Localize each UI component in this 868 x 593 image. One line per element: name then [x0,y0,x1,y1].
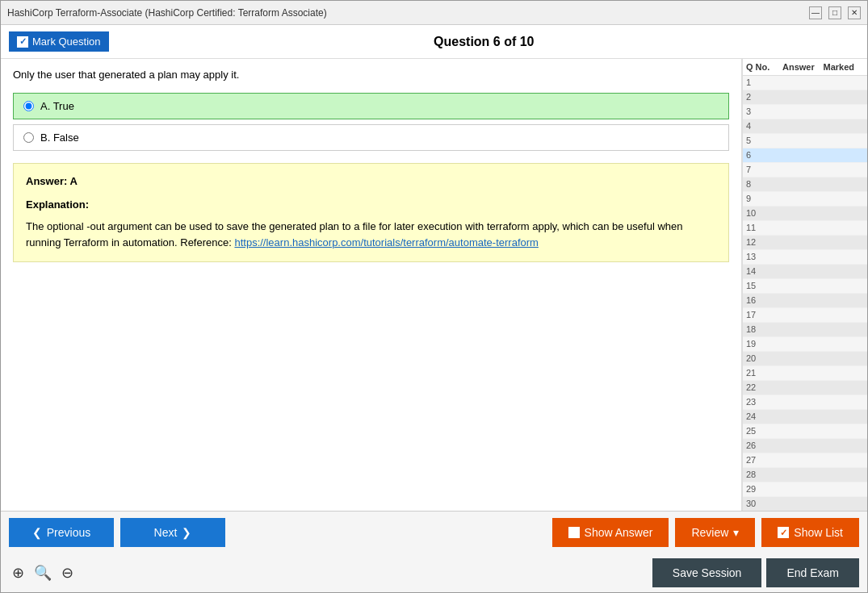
row-qno: 3 [746,106,782,117]
row-qno: 6 [746,150,782,161]
row-answer [782,397,824,407]
row-answer [782,382,824,393]
close-button[interactable]: ✕ [848,6,861,19]
row-qno: 1 [746,77,782,88]
option-b-radio[interactable] [23,132,34,143]
row-answer [782,150,824,161]
row-answer [782,353,824,364]
show-answer-icon [568,527,580,538]
row-answer [782,179,824,190]
row-marked [824,281,865,291]
question-list-row[interactable]: 12 [743,236,867,250]
zoom-in-button[interactable]: ⊕ [9,562,27,583]
row-answer [782,77,824,88]
end-exam-button[interactable]: End Exam [766,558,859,587]
question-list-row[interactable]: 11 [743,221,867,236]
row-answer [782,368,824,378]
question-list-row[interactable]: 3 [743,105,867,119]
question-list-row[interactable]: 29 [743,482,867,497]
row-qno: 16 [746,295,782,306]
question-list-row[interactable]: 30 [743,497,867,511]
zoom-controls[interactable]: ⊕ 🔍 ⊖ [9,562,77,583]
row-answer [782,281,824,291]
question-list-row[interactable]: 8 [743,177,867,192]
minimize-button[interactable]: — [809,6,822,19]
question-list-row[interactable]: 14 [743,265,867,279]
zoom-normal-button[interactable]: 🔍 [31,562,55,583]
question-list-row[interactable]: 19 [743,337,867,352]
row-qno: 7 [746,165,782,175]
row-marked [824,92,865,102]
question-list-row[interactable]: 4 [743,119,867,134]
question-list-row[interactable]: 2 [743,90,867,105]
answer-box: Answer: A Explanation: The optional -out… [13,163,729,262]
question-list-row[interactable]: 7 [743,163,867,177]
bottom-buttons: Previous Next Show Answer Review ▾ Show … [1,512,867,553]
row-qno: 30 [746,499,782,509]
previous-button[interactable]: Previous [9,518,114,547]
question-list-row[interactable]: 13 [743,250,867,265]
col-marked: Marked [824,62,865,72]
option-b[interactable]: B. False [13,124,729,151]
question-list-row[interactable]: 28 [743,468,867,482]
show-list-button[interactable]: Show List [761,518,859,547]
mark-checkbox-icon [17,36,28,48]
question-list-row[interactable]: 17 [743,308,867,323]
question-list-row[interactable]: 18 [743,323,867,337]
row-qno: 17 [746,310,782,320]
option-a-radio[interactable] [23,101,34,111]
next-button[interactable]: Next [120,518,225,547]
show-answer-button[interactable]: Show Answer [552,518,669,547]
row-answer [782,310,824,320]
row-answer [782,441,824,451]
question-list-row[interactable]: 25 [743,424,867,439]
row-marked [824,295,865,306]
question-list-row[interactable]: 20 [743,352,867,366]
reference-link[interactable]: https://learn.hashicorp.com/tutorials/te… [234,236,538,248]
window-controls[interactable]: — □ ✕ [809,6,861,19]
review-label: Review [691,526,728,539]
zoom-out-button[interactable]: ⊖ [58,562,77,583]
question-list-row[interactable]: 21 [743,366,867,381]
col-qno: Q No. [746,62,782,72]
row-answer [782,106,824,117]
row-marked [824,165,865,175]
row-marked [824,353,865,364]
row-marked [824,426,865,436]
maximize-button[interactable]: □ [828,6,841,19]
row-qno: 15 [746,281,782,291]
mark-question-button[interactable]: Mark Question [9,31,109,52]
row-answer [782,455,824,466]
question-list-row[interactable]: 27 [743,453,867,468]
question-list-rows: 1 2 3 4 5 6 7 8 [743,76,867,511]
question-list-row[interactable]: 16 [743,294,867,308]
question-list-row[interactable]: 22 [743,381,867,395]
question-list-row[interactable]: 15 [743,279,867,294]
question-list-row[interactable]: 6 [743,148,867,163]
question-list-row[interactable]: 5 [743,134,867,148]
row-marked [824,208,865,219]
row-marked [824,179,865,190]
row-marked [824,441,865,451]
review-button[interactable]: Review ▾ [675,518,755,547]
row-marked [824,484,865,495]
question-list-row[interactable]: 10 [743,207,867,221]
question-list-row[interactable]: 23 [743,395,867,410]
question-list-row[interactable]: 9 [743,192,867,207]
row-marked [824,368,865,378]
option-a[interactable]: A. True [13,93,729,119]
row-marked [824,499,865,509]
question-list-row[interactable]: 26 [743,439,867,453]
question-list-row[interactable]: 24 [743,410,867,424]
row-answer [782,470,824,480]
toolbar: Mark Question Question 6 of 10 [1,25,867,59]
row-marked [824,194,865,204]
row-qno: 27 [746,455,782,466]
end-exam-label: End Exam [786,566,839,579]
question-list-row[interactable]: 1 [743,76,867,90]
row-marked [824,77,865,88]
row-qno: 11 [746,223,782,233]
row-marked [824,237,865,248]
show-list-icon [778,527,789,538]
save-session-button[interactable]: Save Session [652,558,762,587]
